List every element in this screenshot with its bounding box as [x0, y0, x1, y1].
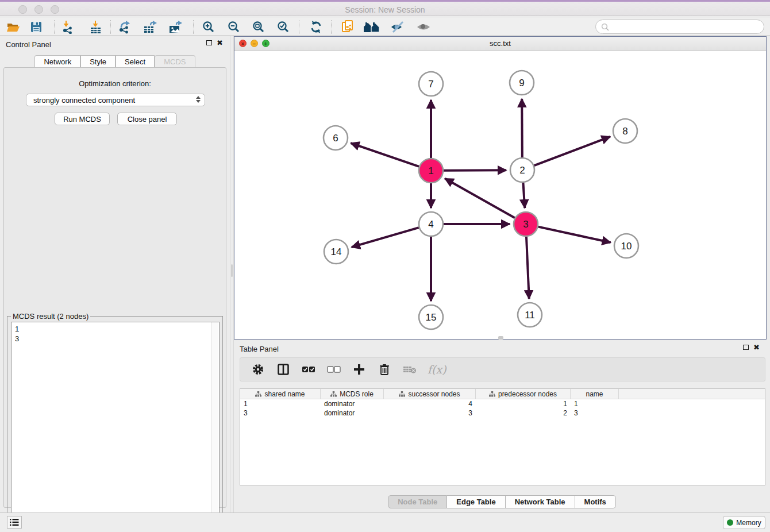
edge-3-11[interactable]: [526, 237, 529, 299]
deselect-all-icon[interactable]: [326, 362, 341, 377]
export-network-icon[interactable]: [116, 20, 135, 34]
float-panel-icon[interactable]: [206, 40, 212, 45]
table-header-row: shared nameMCDS rolesuccessor nodesprede…: [240, 389, 765, 399]
table-cell[interactable]: 1: [571, 399, 619, 408]
table-cell[interactable]: 3: [571, 408, 619, 418]
zoom-in-icon[interactable]: [199, 20, 218, 34]
table-row[interactable]: 1dominator411: [240, 399, 765, 408]
export-table-icon[interactable]: [141, 20, 160, 34]
node-label-3: 3: [523, 219, 528, 230]
search-box[interactable]: [595, 20, 764, 34]
toolbar-separator: [299, 20, 299, 34]
edge-1-2[interactable]: [444, 170, 506, 171]
import-network-icon[interactable]: [58, 20, 78, 34]
tab-motifs[interactable]: Motifs: [575, 495, 616, 508]
control-panel-title: Control Panel: [6, 40, 51, 49]
run-mcds-button[interactable]: Run MCDS: [55, 113, 110, 125]
optimization-criterion-select[interactable]: strongly connected component: [26, 94, 205, 106]
toolbar-separator: [54, 20, 55, 34]
table-cell[interactable]: dominator: [321, 399, 384, 408]
column-label: successor nodes: [408, 390, 460, 398]
network-canvas[interactable]: 7968124314101511: [234, 51, 766, 339]
network-from-selection-icon[interactable]: [338, 20, 357, 34]
delete-table-icon: [402, 362, 417, 377]
table-cell[interactable]: dominator: [321, 408, 384, 418]
node-label-1: 1: [428, 165, 433, 176]
zoom-fit-icon[interactable]: [249, 20, 268, 34]
tab-style[interactable]: Style: [80, 55, 116, 68]
main-toolbar: [0, 18, 770, 36]
edge-3-10[interactable]: [538, 227, 610, 242]
column-header-name[interactable]: name: [571, 389, 619, 399]
close-table-panel-icon[interactable]: ✖: [753, 345, 760, 350]
save-session-icon[interactable]: [26, 20, 46, 34]
show-all-icon[interactable]: [414, 20, 433, 34]
tab-edge-table[interactable]: Edge Table: [447, 495, 505, 508]
mcds-result-title: MCDS result (2 nodes): [11, 312, 90, 321]
vertical-splitter[interactable]: [230, 36, 234, 512]
table-cell[interactable]: 1: [240, 399, 321, 408]
table-cell[interactable]: 1: [476, 399, 571, 408]
tab-select[interactable]: Select: [116, 55, 155, 68]
delete-rows-icon[interactable]: [377, 362, 392, 377]
table-cell[interactable]: 3: [384, 408, 476, 418]
apply-function-icon: f(x): [428, 363, 446, 376]
task-history-button[interactable]: [7, 516, 22, 529]
splitter-grip[interactable]: [231, 264, 233, 277]
status-bar: Memory: [0, 512, 770, 532]
edge-2-9[interactable]: [522, 99, 522, 157]
close-panel-icon[interactable]: ✖: [217, 40, 223, 45]
add-row-icon[interactable]: [352, 362, 367, 377]
node-label-14: 14: [331, 246, 342, 257]
table-cell[interactable]: 2: [476, 408, 571, 418]
table-panel: Table Panel ✖ f(x) shared nameMCDS roles…: [234, 340, 770, 512]
table-tabs: Node TableEdge TableNetwork TableMotifs: [234, 495, 770, 508]
tab-mcds[interactable]: MCDS: [155, 55, 195, 68]
tab-node-table[interactable]: Node Table: [388, 495, 447, 508]
table-panel-title: Table Panel: [240, 345, 279, 353]
select-all-icon[interactable]: [301, 362, 316, 377]
column-header-predecessor-nodes[interactable]: predecessor nodes: [476, 389, 571, 399]
node-label-7: 7: [428, 79, 433, 90]
node-label-8: 8: [622, 126, 627, 137]
mcds-tab-content: Optimization criterion: strongly connect…: [3, 67, 226, 508]
table-cell[interactable]: 3: [240, 408, 321, 418]
memory-status-icon: [727, 519, 733, 526]
table-cell[interactable]: 4: [384, 399, 476, 408]
tab-network-table[interactable]: Network Table: [506, 495, 575, 508]
column-header-shared-name[interactable]: shared name: [240, 389, 321, 399]
import-table-icon[interactable]: [86, 20, 105, 34]
column-header-successor-nodes[interactable]: successor nodes: [384, 389, 476, 399]
show-columns-icon[interactable]: [276, 362, 291, 377]
edge-4-14[interactable]: [352, 228, 419, 247]
first-neighbors-icon[interactable]: [363, 20, 382, 34]
refresh-view-icon[interactable]: [306, 20, 326, 34]
list-icon: [10, 518, 19, 526]
hide-selected-icon[interactable]: [388, 20, 407, 34]
search-input[interactable]: [612, 22, 756, 31]
select-stepper-icon: [196, 96, 201, 103]
zoom-out-icon[interactable]: [224, 20, 244, 34]
network-resize-grip[interactable]: [498, 336, 503, 340]
optimization-criterion-label: Optimization criterion:: [4, 79, 226, 88]
float-table-panel-icon[interactable]: [743, 345, 749, 350]
mcds-result-text[interactable]: 1 3: [11, 322, 220, 529]
column-label: name: [586, 390, 603, 398]
close-panel-button[interactable]: Close panel: [117, 113, 177, 125]
tab-network[interactable]: Network: [34, 55, 80, 68]
column-header-MCDS-role[interactable]: MCDS role: [321, 389, 384, 399]
edge-2-3[interactable]: [523, 183, 525, 208]
table-row[interactable]: 3dominator323: [240, 408, 765, 418]
edge-2-8[interactable]: [534, 137, 610, 165]
table-options-icon[interactable]: [251, 362, 265, 377]
network-graph: 7968124314101511: [234, 51, 766, 339]
memory-button[interactable]: Memory: [723, 516, 765, 529]
zoom-selected-icon[interactable]: [274, 20, 293, 34]
open-file-icon[interactable]: [3, 20, 23, 34]
export-image-icon[interactable]: [166, 20, 186, 34]
node-table[interactable]: shared nameMCDS rolesuccessor nodesprede…: [240, 388, 765, 485]
edge-1-6[interactable]: [351, 143, 419, 167]
mcds-result-scrollbar[interactable]: [211, 322, 218, 528]
edge-3-1[interactable]: [445, 179, 514, 218]
node-label-9: 9: [519, 78, 524, 88]
